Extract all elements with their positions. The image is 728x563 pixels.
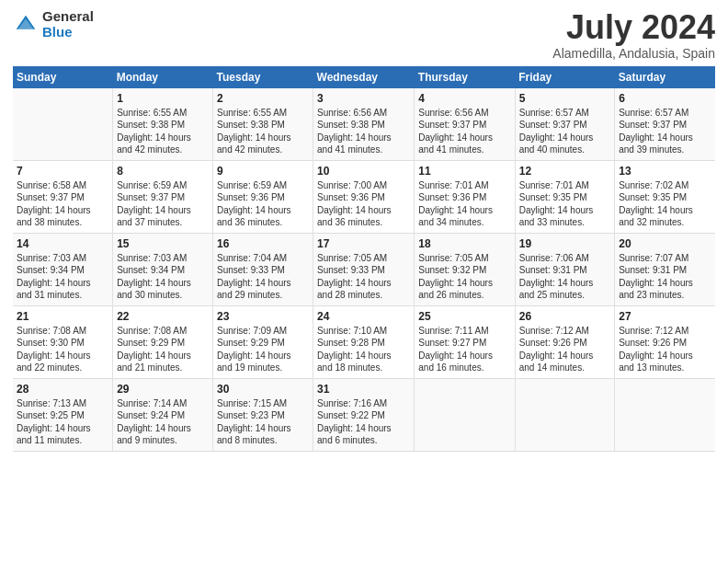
weekday-header-saturday: Saturday — [615, 66, 715, 88]
day-info: Sunrise: 7:08 AMSunset: 9:30 PMDaylight:… — [17, 325, 108, 374]
day-number: 24 — [317, 310, 410, 323]
weekday-header-tuesday: Tuesday — [213, 66, 313, 88]
week-row-3: 14Sunrise: 7:03 AMSunset: 9:34 PMDayligh… — [13, 233, 715, 305]
week-row-2: 7Sunrise: 6:58 AMSunset: 9:37 PMDaylight… — [13, 160, 715, 233]
day-cell: 7Sunrise: 6:58 AMSunset: 9:37 PMDaylight… — [13, 160, 113, 233]
day-cell: 14Sunrise: 7:03 AMSunset: 9:34 PMDayligh… — [13, 233, 113, 305]
day-cell: 28Sunrise: 7:13 AMSunset: 9:25 PMDayligh… — [13, 378, 113, 451]
day-number: 10 — [317, 165, 410, 178]
day-number: 16 — [217, 237, 309, 250]
day-cell: 29Sunrise: 7:14 AMSunset: 9:24 PMDayligh… — [113, 378, 213, 451]
main-container: General Blue July 2024 Alamedilla, Andal… — [0, 0, 728, 461]
day-number: 12 — [519, 165, 610, 178]
day-cell: 21Sunrise: 7:08 AMSunset: 9:30 PMDayligh… — [13, 305, 113, 378]
logo-blue: Blue — [42, 25, 94, 40]
day-info: Sunrise: 7:15 AMSunset: 9:23 PMDaylight:… — [217, 397, 309, 447]
day-number: 28 — [17, 383, 108, 396]
day-info: Sunrise: 6:57 AMSunset: 9:37 PMDaylight:… — [519, 107, 610, 156]
day-cell — [13, 88, 113, 161]
month-year: July 2024 — [552, 9, 715, 46]
weekday-header-thursday: Thursday — [415, 66, 515, 88]
day-cell: 8Sunrise: 6:59 AMSunset: 9:37 PMDaylight… — [113, 160, 213, 233]
day-cell: 25Sunrise: 7:11 AMSunset: 9:27 PMDayligh… — [415, 305, 515, 378]
day-number: 23 — [217, 310, 309, 323]
day-number: 29 — [117, 383, 209, 396]
day-cell: 15Sunrise: 7:03 AMSunset: 9:34 PMDayligh… — [113, 233, 213, 305]
day-info: Sunrise: 6:55 AMSunset: 9:38 PMDaylight:… — [217, 107, 309, 156]
week-row-4: 21Sunrise: 7:08 AMSunset: 9:30 PMDayligh… — [13, 305, 715, 378]
day-info: Sunrise: 6:59 AMSunset: 9:37 PMDaylight:… — [117, 179, 209, 229]
calendar-table: SundayMondayTuesdayWednesdayThursdayFrid… — [13, 66, 715, 452]
day-number: 7 — [17, 165, 108, 178]
day-info: Sunrise: 6:57 AMSunset: 9:37 PMDaylight:… — [619, 107, 711, 156]
day-info: Sunrise: 7:12 AMSunset: 9:26 PMDaylight:… — [619, 325, 711, 374]
day-cell: 24Sunrise: 7:10 AMSunset: 9:28 PMDayligh… — [313, 305, 415, 378]
day-number: 25 — [418, 310, 510, 323]
day-cell — [415, 378, 515, 451]
day-info: Sunrise: 7:09 AMSunset: 9:29 PMDaylight:… — [217, 325, 309, 374]
day-number: 19 — [519, 237, 610, 250]
day-number: 27 — [619, 310, 711, 323]
day-cell: 22Sunrise: 7:08 AMSunset: 9:29 PMDayligh… — [113, 305, 213, 378]
day-info: Sunrise: 7:05 AMSunset: 9:32 PMDaylight:… — [418, 252, 510, 302]
day-number: 15 — [117, 237, 209, 250]
day-cell: 18Sunrise: 7:05 AMSunset: 9:32 PMDayligh… — [415, 233, 515, 305]
day-number: 22 — [117, 310, 209, 323]
day-number: 9 — [217, 165, 309, 178]
day-cell — [615, 378, 715, 451]
header-row: General Blue July 2024 Alamedilla, Andal… — [13, 9, 715, 61]
day-cell: 31Sunrise: 7:16 AMSunset: 9:22 PMDayligh… — [313, 378, 415, 451]
day-cell: 2Sunrise: 6:55 AMSunset: 9:38 PMDaylight… — [213, 88, 313, 161]
logo-icon — [13, 12, 39, 38]
day-info: Sunrise: 7:14 AMSunset: 9:24 PMDaylight:… — [117, 397, 209, 447]
day-info: Sunrise: 7:08 AMSunset: 9:29 PMDaylight:… — [117, 325, 209, 374]
weekday-header-row: SundayMondayTuesdayWednesdayThursdayFrid… — [13, 66, 715, 88]
day-info: Sunrise: 7:06 AMSunset: 9:31 PMDaylight:… — [519, 252, 610, 302]
day-cell: 10Sunrise: 7:00 AMSunset: 9:36 PMDayligh… — [313, 160, 415, 233]
day-info: Sunrise: 7:05 AMSunset: 9:33 PMDaylight:… — [317, 252, 410, 302]
weekday-header-monday: Monday — [113, 66, 213, 88]
day-cell: 19Sunrise: 7:06 AMSunset: 9:31 PMDayligh… — [515, 233, 614, 305]
day-info: Sunrise: 6:56 AMSunset: 9:38 PMDaylight:… — [317, 107, 410, 156]
day-number: 8 — [117, 165, 209, 178]
day-cell: 17Sunrise: 7:05 AMSunset: 9:33 PMDayligh… — [313, 233, 415, 305]
day-cell: 3Sunrise: 6:56 AMSunset: 9:38 PMDaylight… — [313, 88, 415, 161]
day-number: 21 — [17, 310, 108, 323]
day-cell: 6Sunrise: 6:57 AMSunset: 9:37 PMDaylight… — [615, 88, 715, 161]
day-info: Sunrise: 6:56 AMSunset: 9:37 PMDaylight:… — [418, 107, 510, 156]
day-number: 3 — [317, 92, 410, 105]
day-cell: 27Sunrise: 7:12 AMSunset: 9:26 PMDayligh… — [615, 305, 715, 378]
day-number: 30 — [217, 383, 309, 396]
day-number: 11 — [418, 165, 510, 178]
day-number: 31 — [317, 383, 410, 396]
week-row-1: 1Sunrise: 6:55 AMSunset: 9:38 PMDaylight… — [13, 88, 715, 161]
day-cell: 30Sunrise: 7:15 AMSunset: 9:23 PMDayligh… — [213, 378, 313, 451]
day-cell: 12Sunrise: 7:01 AMSunset: 9:35 PMDayligh… — [515, 160, 614, 233]
weekday-header-wednesday: Wednesday — [313, 66, 415, 88]
day-number: 2 — [217, 92, 309, 105]
title-block: July 2024 Alamedilla, Andalusia, Spain — [552, 9, 715, 61]
weekday-header-sunday: Sunday — [13, 66, 113, 88]
day-number: 5 — [519, 92, 610, 105]
logo: General Blue — [13, 9, 94, 40]
day-number: 17 — [317, 237, 410, 250]
day-number: 4 — [418, 92, 510, 105]
day-cell: 1Sunrise: 6:55 AMSunset: 9:38 PMDaylight… — [113, 88, 213, 161]
day-cell: 13Sunrise: 7:02 AMSunset: 9:35 PMDayligh… — [615, 160, 715, 233]
day-number: 18 — [418, 237, 510, 250]
day-info: Sunrise: 7:12 AMSunset: 9:26 PMDaylight:… — [519, 325, 610, 374]
day-number: 13 — [619, 165, 711, 178]
day-cell: 16Sunrise: 7:04 AMSunset: 9:33 PMDayligh… — [213, 233, 313, 305]
location: Alamedilla, Andalusia, Spain — [552, 46, 715, 61]
day-number: 1 — [117, 92, 209, 105]
day-cell: 9Sunrise: 6:59 AMSunset: 9:36 PMDaylight… — [213, 160, 313, 233]
day-cell: 5Sunrise: 6:57 AMSunset: 9:37 PMDaylight… — [515, 88, 614, 161]
day-info: Sunrise: 7:16 AMSunset: 9:22 PMDaylight:… — [317, 397, 410, 447]
day-number: 14 — [17, 237, 108, 250]
day-info: Sunrise: 7:01 AMSunset: 9:36 PMDaylight:… — [418, 179, 510, 229]
logo-text: General Blue — [42, 9, 94, 40]
day-info: Sunrise: 6:55 AMSunset: 9:38 PMDaylight:… — [117, 107, 209, 156]
day-info: Sunrise: 7:13 AMSunset: 9:25 PMDaylight:… — [17, 397, 108, 447]
day-cell — [515, 378, 614, 451]
day-cell: 4Sunrise: 6:56 AMSunset: 9:37 PMDaylight… — [415, 88, 515, 161]
